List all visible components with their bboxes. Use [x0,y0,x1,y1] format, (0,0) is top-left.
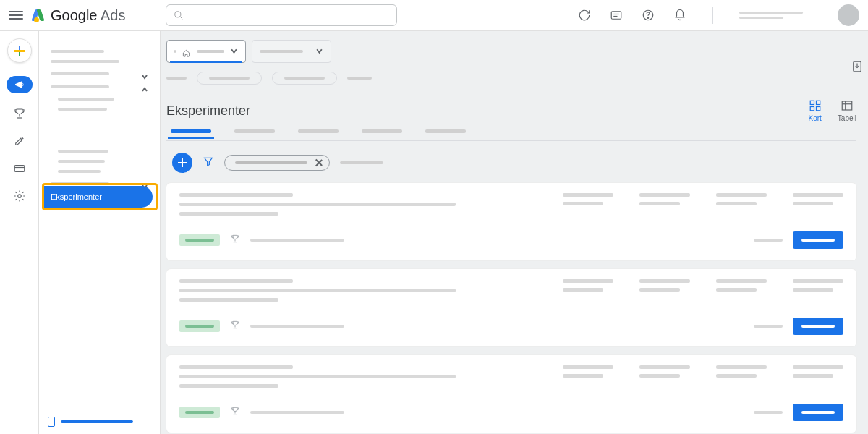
message-icon[interactable] [610,9,623,22]
card-cta-button[interactable] [793,231,843,249]
sidebar-item-expandable[interactable] [51,70,148,77]
list-toolbar [166,153,856,173]
sidebar-subitem[interactable] [58,170,101,173]
refresh-icon[interactable] [578,9,591,22]
sub-tab[interactable] [171,129,211,133]
sidebar-item-expandable[interactable] [51,83,148,90]
experiment-card[interactable] [166,355,856,433]
sidebar-subitem[interactable] [58,98,114,101]
chevron-up-icon [141,83,148,90]
create-button[interactable] [7,38,32,63]
home-icon [182,47,191,56]
view-toggle: Kort Tabell [809,99,856,122]
caret-down-icon [315,45,323,58]
sidebar-subitem[interactable] [58,160,105,163]
svg-point-6 [647,17,648,18]
trophy-icon [230,320,240,333]
top-actions [578,4,859,26]
svg-rect-2 [611,12,621,20]
view-card-button[interactable]: Kort [809,99,822,122]
workspace: Eksperimenter [0,31,868,434]
breadcrumb-item[interactable] [347,77,372,80]
sidebar-subitem[interactable] [58,108,107,111]
scope-account-chip[interactable] [166,40,246,63]
sidebar-subitem[interactable] [58,150,109,153]
content-area: Eksperimenter Kort Tabell [161,31,868,434]
mobile-icon [48,417,55,427]
svg-rect-14 [816,101,820,104]
card-summary [250,239,344,242]
add-experiment-button[interactable] [172,153,192,173]
experiment-card[interactable] [166,183,856,260]
rail-campaigns-icon[interactable] [7,76,33,93]
help-icon[interactable] [642,9,655,22]
caret-down-icon [230,45,238,58]
sub-tabs [166,129,856,133]
svg-rect-8 [14,166,25,172]
sub-tab[interactable] [362,129,402,133]
divider [712,7,713,24]
filter-chip[interactable] [224,155,330,171]
card-secondary-label [754,239,783,242]
trophy-icon [230,234,240,247]
sidebar-item-experiments[interactable]: Eksperimenter [42,186,153,208]
svg-marker-20 [205,158,213,166]
status-badge [179,234,220,246]
trophy-icon [230,406,240,419]
experiment-card[interactable] [166,269,856,346]
search-icon [174,10,184,20]
rail-settings-icon[interactable] [12,189,27,203]
svg-rect-13 [810,101,814,104]
svg-rect-16 [816,107,820,111]
sidebar: Eksperimenter [39,31,161,434]
rail-tools-icon[interactable] [12,134,27,148]
menu-icon[interactable] [9,11,23,20]
sub-tab[interactable] [425,129,466,133]
breadcrumb-item[interactable] [166,77,187,80]
svg-point-0 [175,12,181,17]
view-table-button[interactable]: Tabell [838,99,856,122]
card-view-icon [809,99,822,112]
add-filter-link[interactable] [340,161,383,164]
breadcrumb-chip[interactable] [197,72,262,85]
sub-tab[interactable] [298,129,339,133]
filter-icon[interactable] [203,156,214,170]
page-title: Eksperimenter [166,103,250,119]
sidebar-item[interactable] [51,50,104,53]
account-switcher[interactable] [739,12,819,19]
sidebar-footer-link[interactable] [48,417,133,427]
sidebar-item[interactable] [51,60,119,63]
status-badge [179,407,220,418]
notifications-icon[interactable] [673,9,686,22]
svg-rect-17 [842,101,852,110]
card-metrics [563,193,843,216]
card-cta-button[interactable] [793,318,843,335]
table-view-icon [841,99,854,112]
ads-logo-icon [32,8,46,22]
chevron-down-icon [141,70,148,77]
avatar[interactable] [838,4,859,26]
search-input[interactable] [166,4,397,26]
sidebar-active-label: Eksperimenter [51,192,102,201]
product-logo[interactable]: Google Ads [32,7,125,24]
download-icon[interactable] [851,60,864,76]
svg-point-10 [17,195,21,198]
svg-line-1 [180,17,183,20]
brand-google: Google [51,7,98,23]
view-table-label: Tabell [838,114,856,122]
sub-tab[interactable] [234,129,275,133]
scope-campaign-chip[interactable] [252,40,331,63]
breadcrumb [166,72,856,85]
scope-selector-row [166,40,856,63]
rail-billing-icon[interactable] [12,161,27,176]
status-badge [179,320,220,332]
remove-filter-icon[interactable] [315,158,323,167]
svg-rect-15 [810,107,814,111]
experiment-card-list [166,183,856,433]
rail-trophy-icon[interactable] [12,106,27,121]
top-bar: Google Ads [0,0,868,31]
card-cta-button[interactable] [793,404,843,421]
breadcrumb-chip[interactable] [272,72,337,85]
brand-ads: Ads [101,7,125,23]
view-card-label: Kort [809,114,822,122]
